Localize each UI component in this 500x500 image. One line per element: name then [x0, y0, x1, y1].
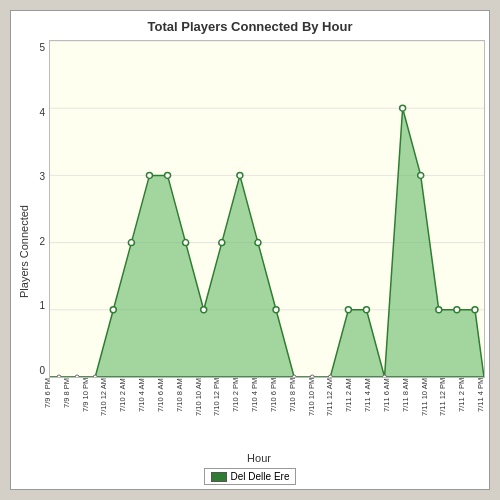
x-label: 7/10 8 PM [288, 378, 307, 450]
x-label: 7/11 8 AM [401, 378, 420, 450]
y-tick: 2 [39, 236, 45, 247]
chart-title: Total Players Connected By Hour [148, 19, 353, 34]
x-label: 7/10 10 AM [194, 378, 213, 450]
x-label: 7/9 10 PM [81, 378, 100, 450]
y-tick: 4 [39, 107, 45, 118]
x-labels-area: 7/9 6 PM7/9 8 PM7/9 10 PM7/10 12 AM7/10 … [33, 378, 485, 464]
y-tick: 5 [39, 42, 45, 53]
chart-container: Total Players Connected By Hour Players … [10, 10, 490, 490]
y-tick: 3 [39, 171, 45, 182]
svg-point-11 [183, 240, 189, 246]
x-label: 7/11 2 PM [457, 378, 476, 450]
svg-point-17 [345, 307, 351, 313]
x-label: 7/11 12 PM [438, 378, 457, 450]
plot-area [49, 40, 485, 378]
svg-point-28 [310, 375, 314, 377]
svg-point-13 [219, 240, 225, 246]
svg-point-19 [400, 105, 406, 111]
svg-point-8 [128, 240, 134, 246]
x-label: 7/10 6 PM [269, 378, 288, 450]
legend: Del Delle Ere [204, 468, 297, 485]
svg-point-24 [57, 375, 61, 377]
svg-point-29 [328, 375, 332, 377]
svg-point-12 [201, 307, 207, 313]
svg-point-30 [383, 375, 387, 377]
x-label: 7/10 2 PM [231, 378, 250, 450]
x-label: 7/10 10 PM [307, 378, 326, 450]
x-label: 7/10 12 AM [99, 378, 118, 450]
svg-point-26 [93, 375, 97, 377]
x-label: 7/10 6 AM [156, 378, 175, 450]
chart-body: Players Connected 543210 7/9 6 PM7/9 8 P… [15, 40, 485, 464]
x-axis-label: Hour [247, 452, 271, 464]
x-label: 7/10 4 PM [250, 378, 269, 450]
x-labels: 7/9 6 PM7/9 8 PM7/9 10 PM7/10 12 AM7/10 … [43, 378, 495, 450]
x-label: 7/11 6 AM [382, 378, 401, 450]
x-label: 7/10 8 AM [175, 378, 194, 450]
x-label: 7/10 2 AM [118, 378, 137, 450]
svg-point-25 [75, 375, 79, 377]
x-label: 7/11 2 AM [344, 378, 363, 450]
x-label: 7/10 4 AM [137, 378, 156, 450]
svg-point-10 [165, 172, 171, 178]
y-ticks: 543210 [33, 40, 49, 378]
svg-point-14 [237, 172, 243, 178]
x-label: 7/11 10 AM [420, 378, 439, 450]
y-tick: 0 [39, 365, 45, 376]
legend-label: Del Delle Ere [231, 471, 290, 482]
x-label: 7/11 4 AM [363, 378, 382, 450]
bars-svg [50, 41, 484, 377]
x-label: 7/11 4 PM [476, 378, 495, 450]
svg-point-9 [146, 172, 152, 178]
svg-point-7 [110, 307, 116, 313]
x-label: 7/11 12 AM [325, 378, 344, 450]
plot-area-wrapper: 543210 [33, 40, 485, 378]
x-label: 7/9 6 PM [43, 378, 62, 450]
x-label: 7/9 8 PM [62, 378, 81, 450]
svg-point-23 [472, 307, 478, 313]
chart-inner: 543210 7/9 6 PM7/9 8 PM7/9 10 PM7/10 12 … [33, 40, 485, 464]
svg-point-27 [292, 375, 296, 377]
y-tick: 1 [39, 300, 45, 311]
svg-point-20 [418, 172, 424, 178]
svg-point-18 [363, 307, 369, 313]
legend-color-swatch [211, 472, 227, 482]
svg-point-22 [454, 307, 460, 313]
svg-point-16 [273, 307, 279, 313]
svg-point-15 [255, 240, 261, 246]
x-label: 7/10 12 PM [212, 378, 231, 450]
y-axis-label: Players Connected [15, 40, 33, 464]
svg-point-21 [436, 307, 442, 313]
